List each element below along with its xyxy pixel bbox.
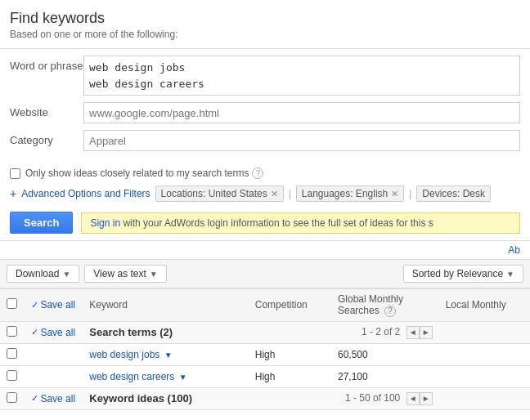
row-keyword-cell: web design jobs ▼	[83, 343, 249, 365]
row-checkbox[interactable]	[7, 348, 17, 359]
sign-in-link[interactable]: Sign in	[90, 217, 120, 229]
filter-separator2: |	[409, 188, 411, 199]
website-input[interactable]	[83, 102, 520, 123]
checkbox-help-icon[interactable]: ?	[252, 168, 263, 179]
ki-checkmark: ✓	[31, 393, 38, 404]
word-phrase-row: Word or phrase web design jobs web desig…	[10, 56, 520, 96]
checkbox-label: Only show ideas closely related to my se…	[25, 168, 249, 179]
section-save-all-button[interactable]: ✓ Save all	[31, 327, 75, 338]
th-global-monthly: Global Monthly Searches ?	[331, 289, 439, 322]
row-competition-cell: High	[249, 343, 331, 365]
th-save: ✓ Save all	[25, 289, 83, 322]
results-table: ✓ Save all Keyword Competition Global Mo…	[0, 288, 530, 410]
select-all-checkbox[interactable]	[7, 298, 17, 309]
row-global-cell2: 27,100	[331, 365, 439, 387]
row-save-cell	[25, 343, 83, 365]
language-remove-icon[interactable]: ✕	[391, 189, 398, 199]
location-remove-icon[interactable]: ✕	[271, 189, 278, 199]
filter-separator: |	[289, 188, 291, 199]
row-competition-cell2: High	[249, 365, 331, 387]
th-checkbox	[0, 289, 25, 322]
th-competition: Competition	[249, 289, 331, 322]
ab-link[interactable]: Ab	[508, 244, 520, 256]
search-row: Search Sign in with your AdWords login i…	[0, 205, 530, 240]
row-local-cell	[439, 343, 530, 365]
view-dropdown-arrow: ▼	[150, 270, 158, 279]
ab-link-row: Ab	[0, 241, 530, 259]
keyword-ideas-header-row: ✓ Save all Keyword ideas (100) 1 - 50 of…	[0, 387, 530, 409]
ki-local-cell	[439, 387, 530, 409]
page-subtitle: Based on one or more of the following:	[0, 29, 530, 48]
related-ideas-checkbox[interactable]	[10, 168, 20, 179]
ki-checkbox-cell	[0, 387, 25, 409]
word-phrase-input[interactable]: web design jobs web design careers	[83, 56, 520, 96]
view-as-text-label: View as text	[93, 268, 146, 279]
global-help-icon[interactable]: ?	[384, 306, 396, 317]
word-phrase-label: Word or phrase	[10, 56, 83, 72]
row-local-cell2	[439, 365, 530, 387]
section-checkbox[interactable]	[7, 326, 17, 337]
keyword-dropdown-icon2[interactable]: ▼	[179, 373, 187, 382]
search-terms-header: Search terms (2)	[89, 326, 173, 338]
th-local-monthly: Local Monthly	[439, 289, 530, 322]
download-label: Download	[16, 268, 59, 279]
table-body: ✓ Save all Search terms (2) 1 - 2 of 2 ◄…	[0, 321, 530, 409]
sign-in-message: with your AdWords login information to s…	[120, 217, 433, 229]
ki-nav-arrows: ◄ ►	[406, 392, 433, 405]
nav-next[interactable]: ►	[420, 326, 433, 339]
advanced-options-link[interactable]: Advanced Options and Filters	[21, 188, 150, 199]
keyword-ideas-header: Keyword ideas (100)	[89, 392, 192, 404]
website-label: Website	[10, 102, 83, 118]
keyword-link[interactable]: web design jobs	[89, 349, 159, 360]
table-header-row: ✓ Save all Keyword Competition Global Mo…	[0, 289, 530, 322]
search-terms-count: 1 - 2 of 2 ◄ ►	[362, 326, 433, 339]
search-button[interactable]: Search	[10, 212, 73, 234]
ki-save-all-button[interactable]: ✓ Save all	[31, 393, 75, 404]
toolbar: Download ▼ View as text ▼ Sorted by Rele…	[0, 259, 530, 288]
row-keyword-cell2: web design careers ▼	[83, 365, 249, 387]
advanced-row: + Advanced Options and Filters Locations…	[0, 182, 530, 205]
th-keyword: Keyword	[83, 289, 249, 322]
device-tag: Devices: Desk	[416, 185, 491, 202]
sorted-button[interactable]: Sorted by Relevance ▼	[403, 265, 523, 283]
ki-nav-prev[interactable]: ◄	[406, 392, 420, 405]
row-checkbox-cell	[0, 343, 25, 365]
section-header-cell: Search terms (2) 1 - 2 of 2 ◄ ►	[83, 321, 438, 343]
ki-checkbox[interactable]	[7, 392, 17, 403]
table-row: web design careers ▼ High 27,100	[0, 365, 530, 387]
section-checkbox-cell	[0, 321, 25, 343]
row-save-cell2	[25, 365, 83, 387]
category-label: Category	[10, 130, 83, 146]
checkbox-row: Only show ideas closely related to my se…	[0, 164, 530, 182]
nav-prev[interactable]: ◄	[406, 326, 420, 339]
table-row: web design jobs ▼ High 60,500	[0, 343, 530, 365]
section-save-label: Save all	[40, 327, 75, 338]
ki-save-label: Save all	[40, 393, 75, 404]
website-row: Website	[10, 102, 520, 123]
save-all-button[interactable]: ✓ Save all	[31, 299, 75, 311]
search-terms-header-row: ✓ Save all Search terms (2) 1 - 2 of 2 ◄…	[0, 321, 530, 343]
keyword-dropdown-icon[interactable]: ▼	[164, 351, 173, 360]
row-global-cell: 60,500	[331, 343, 439, 365]
category-input[interactable]	[83, 130, 520, 151]
page-container: Find keywords Based on one or more of th…	[0, 0, 530, 410]
category-row: Category	[10, 130, 520, 151]
row-checkbox2[interactable]	[7, 370, 17, 381]
page-title: Find keywords	[0, 0, 530, 29]
keyword-link2[interactable]: web design careers	[89, 371, 174, 382]
ki-save-cell: ✓ Save all	[25, 387, 83, 409]
plus-icon: +	[10, 187, 16, 200]
sorted-label: Sorted by Relevance	[412, 268, 503, 279]
section-checkmark: ✓	[31, 327, 38, 337]
ki-header-cell: Keyword ideas (100) 1 - 50 of 100 ◄ ►	[83, 387, 438, 409]
ki-nav-next[interactable]: ►	[420, 392, 433, 405]
view-as-text-button[interactable]: View as text ▼	[84, 265, 166, 283]
section-save-cell: ✓ Save all	[25, 321, 83, 343]
download-button[interactable]: Download ▼	[7, 265, 79, 283]
download-dropdown-arrow: ▼	[62, 270, 70, 279]
nav-arrows: ◄ ►	[406, 326, 433, 339]
sorted-dropdown-arrow: ▼	[506, 270, 514, 279]
sign-in-banner: Sign in with your AdWords login informat…	[81, 212, 520, 234]
language-tag: Languages: English ✕	[296, 185, 404, 202]
section-local-cell	[439, 321, 530, 343]
